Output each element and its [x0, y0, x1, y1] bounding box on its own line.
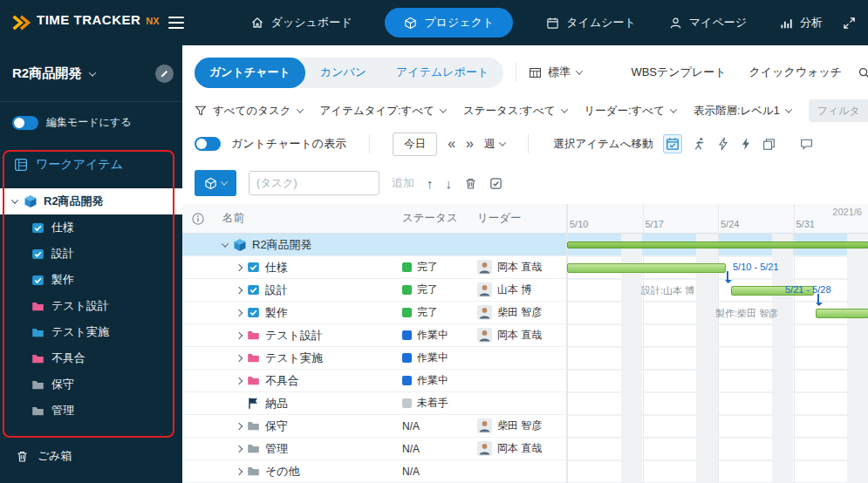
status-color-square — [402, 308, 412, 317]
sidebar-tree-item[interactable]: テスト実施 — [0, 319, 182, 345]
chevron-right-icon[interactable] — [236, 331, 243, 338]
prev-period-button[interactable]: « — [448, 137, 455, 151]
filter-search-input[interactable] — [809, 99, 868, 122]
folder-gray-icon — [31, 405, 44, 418]
chevron-right-icon[interactable] — [236, 445, 243, 452]
chevron-right-icon[interactable] — [236, 354, 243, 361]
sidebar-tree-item[interactable]: 保守 — [0, 371, 182, 398]
divider — [528, 134, 529, 153]
nav-item-home[interactable]: ダッシュボード — [250, 15, 352, 31]
comment-icon[interactable] — [800, 138, 813, 151]
add-item-row: 追加 ↑ ↓ — [182, 162, 868, 204]
leader-name: 柴田 智彦 — [497, 418, 542, 433]
sidebar: R2商品開発 編集モードにする ワークアイテム R2商品開発仕様設計製作テスト設… — [0, 45, 182, 483]
gantt-bar[interactable] — [567, 263, 726, 273]
info-icon[interactable] — [191, 212, 205, 226]
column-header-leader[interactable]: リーダー — [477, 204, 566, 233]
filter-dropdown-0[interactable]: アイテムタイプ:すべて — [320, 104, 446, 119]
task-blue-icon — [31, 221, 44, 235]
column-header-status[interactable]: ステータス — [402, 204, 477, 233]
chevron-right-icon[interactable] — [236, 309, 243, 316]
nav-item-calendar[interactable]: タイムシート — [546, 15, 636, 31]
next-period-button[interactable]: » — [466, 137, 474, 151]
header-link[interactable]: クイックウォッチ — [749, 65, 842, 80]
move-down-icon[interactable]: ↓ — [446, 176, 453, 191]
task-filter-dropdown[interactable]: すべてのタスク — [195, 104, 303, 119]
sidebar-tree-item[interactable]: テスト設計 — [0, 293, 182, 319]
add-item-type-button[interactable] — [195, 170, 236, 196]
search-icon[interactable] — [858, 66, 868, 79]
trash-button[interactable]: ごみ箱 — [16, 448, 72, 464]
new-task-input[interactable] — [249, 171, 379, 195]
gantt-date-label: 5/17 — [646, 219, 664, 229]
chevron-right-icon[interactable] — [236, 467, 243, 474]
schedule-calendar-icon[interactable] — [663, 134, 682, 153]
gantt-toolbar: ガントチャートの表示 今日 « » 週 選択アイテムへ移動 — [182, 126, 868, 162]
folder-pink-icon — [247, 329, 260, 342]
status-text: 完了 — [417, 260, 438, 275]
filter-dropdown-3[interactable]: 表示階層:レベル1 — [694, 104, 791, 119]
gantt-bar[interactable] — [567, 242, 868, 248]
work-items-header[interactable]: ワークアイテム — [14, 157, 123, 173]
view-preset-dropdown[interactable]: 標準 — [529, 65, 582, 80]
filter-dropdown-1[interactable]: ステータス:すべて — [463, 104, 567, 119]
sidebar-tree-root[interactable]: R2商品開発 — [0, 188, 182, 214]
view-tab[interactable]: カンバン — [305, 58, 381, 88]
header-links: WBSテンプレートクイックウォッチ — [631, 65, 842, 80]
chevron-right-icon[interactable] — [236, 263, 243, 270]
sidebar-tree-item[interactable]: 仕様 — [0, 214, 182, 241]
copy-icon[interactable] — [762, 138, 776, 151]
work-item-table: 名前 ステータス リーダー R2商品開発仕様完了岡本 直哉設計完了山本 博製作完… — [182, 204, 868, 483]
header-link[interactable]: WBSテンプレート — [631, 65, 726, 80]
lightning-filled-icon[interactable] — [740, 137, 752, 151]
sidebar-tree-item[interactable]: 製作 — [0, 267, 182, 293]
milestone-icon — [247, 397, 260, 410]
chevron-down-icon[interactable] — [222, 240, 229, 247]
sidebar-tree-item[interactable]: 設計 — [0, 241, 182, 267]
chevron-right-icon[interactable] — [236, 377, 243, 384]
sidebar-tree-item[interactable]: 不具合 — [0, 345, 182, 371]
chevron-down-icon — [576, 67, 583, 74]
logo-text: TIME TRACKER — [37, 12, 140, 27]
edit-project-button[interactable] — [155, 65, 174, 83]
project-selector[interactable]: R2商品開発 — [12, 65, 174, 83]
chevron-right-icon[interactable] — [236, 422, 243, 429]
move-up-icon[interactable]: ↑ — [427, 176, 434, 191]
today-button[interactable]: 今日 — [393, 133, 437, 156]
lightning-outline-icon[interactable] — [717, 137, 729, 151]
table-view-icon — [529, 66, 542, 79]
view-tab[interactable]: ガントチャート — [195, 58, 305, 88]
nav-item-chart[interactable]: 分析 — [780, 15, 823, 31]
time-scale-dropdown[interactable]: 週 — [484, 137, 506, 152]
avatar — [477, 441, 492, 456]
folder-gray-icon — [31, 378, 44, 391]
topbar-nav: ダッシュボードプロジェクトタイムシートマイページ分析 — [250, 8, 823, 37]
person-icon — [669, 17, 682, 30]
filter-search-box[interactable] — [809, 99, 868, 122]
avatar — [477, 305, 492, 320]
home-icon — [250, 16, 264, 30]
nav-item-cube[interactable]: プロジェクト — [385, 8, 513, 37]
edit-mode-toggle[interactable] — [12, 116, 38, 130]
folder-gray-icon — [247, 465, 260, 478]
view-tab[interactable]: アイテムレポート — [381, 58, 503, 88]
sidebar-tree-item[interactable]: 管理 — [0, 398, 182, 424]
gantt-visibility-toggle[interactable] — [195, 137, 221, 151]
hamburger-menu-icon[interactable] — [168, 13, 191, 32]
runner-icon[interactable] — [693, 137, 707, 151]
project-title: R2商品開発 — [12, 65, 81, 82]
nav-item-person[interactable]: マイページ — [669, 15, 747, 31]
add-button[interactable]: 追加 — [392, 175, 414, 191]
filter-dropdown-2[interactable]: リーダー:すべて — [584, 104, 676, 119]
chevron-right-icon[interactable] — [236, 286, 243, 293]
column-header-name[interactable]: 名前 — [214, 204, 402, 233]
move-to-selected-button[interactable]: 選択アイテムへ移動 — [553, 137, 653, 152]
fullscreen-expand-icon[interactable] — [843, 17, 856, 30]
delete-icon[interactable] — [464, 177, 477, 190]
pencil-icon — [160, 69, 169, 78]
gantt-bar[interactable] — [816, 309, 868, 318]
nav-label: ダッシュボード — [271, 15, 352, 31]
multi-select-icon[interactable] — [489, 177, 502, 190]
task-blue-icon — [247, 283, 260, 296]
row-name: 納品 — [265, 396, 288, 412]
